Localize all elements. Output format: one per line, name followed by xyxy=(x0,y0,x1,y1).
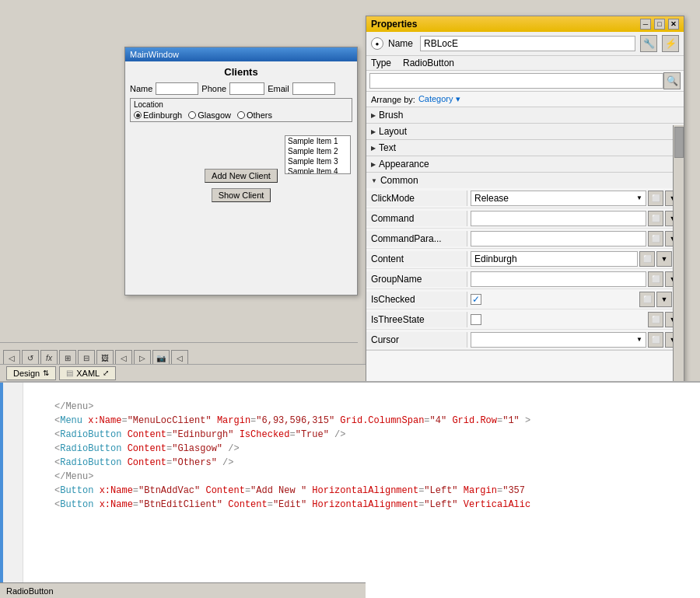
isthreestate-reset-btn[interactable]: ⬜ xyxy=(648,312,663,327)
code-text: Content xyxy=(128,443,166,454)
code-line-4: <RadioButton Content="Edinburgh" IsCheck… xyxy=(23,428,700,442)
code-text: RadioButton xyxy=(60,457,121,468)
list-item[interactable]: Sample Item 3 xyxy=(285,156,350,166)
add-new-client-button[interactable]: Add New Client xyxy=(205,169,278,183)
code-lines: </Menu> <Menu x:Name="MenuLocClient" Mar… xyxy=(23,383,700,512)
scrollbar-thumb[interactable] xyxy=(674,127,684,158)
isthreestate-value: ⬜ ▼ xyxy=(467,310,684,329)
commandpara-reset-btn[interactable]: ⬜ xyxy=(648,231,663,247)
email-label: Email xyxy=(268,84,289,93)
common-label: Common xyxy=(380,175,418,186)
radio-glasgow[interactable]: Glasgow xyxy=(188,110,231,120)
cursor-arrow: ▼ xyxy=(636,336,642,343)
show-client-button[interactable]: Show Client xyxy=(212,188,271,202)
brush-section: ▶ Brush xyxy=(366,107,684,124)
clickmode-value: Release ▼ ⬜ ▼ xyxy=(467,189,684,208)
design-tab[interactable]: Design ⇅ xyxy=(6,366,56,380)
phone-input[interactable] xyxy=(229,82,264,95)
groupname-input[interactable] xyxy=(471,271,646,287)
code-text: "Left" xyxy=(424,499,457,510)
groupname-reset-btn[interactable]: ⬜ xyxy=(648,271,663,287)
ischecked-reset-btn[interactable]: ⬜ xyxy=(639,292,655,307)
code-text: Button xyxy=(60,485,93,496)
list-item[interactable]: Sample Item 4 xyxy=(285,166,350,174)
isthreestate-checkbox[interactable] xyxy=(471,314,481,325)
clickmode-label: ClickMode xyxy=(366,191,467,206)
code-text: Margin xyxy=(217,415,250,426)
clickmode-arrow: ▼ xyxy=(636,194,642,201)
clients-title: Clients xyxy=(130,66,352,78)
props-name-input[interactable] xyxy=(420,36,635,51)
common-header[interactable]: ▼ Common xyxy=(366,173,684,188)
command-row: Command ⬜ ▼ xyxy=(366,208,684,229)
listbox[interactable]: Sample Item 1 Sample Item 2 Sample Item … xyxy=(285,135,351,174)
code-area: </Menu> <Menu x:Name="MenuLocClient" Mar… xyxy=(0,381,700,598)
clickmode-reset-btn[interactable]: ⬜ xyxy=(648,191,663,206)
radio-others[interactable]: Others xyxy=(237,110,272,120)
name-input[interactable] xyxy=(156,82,198,95)
scrollbar-vertical[interactable] xyxy=(673,125,684,397)
code-line-7: </Menu> xyxy=(23,470,700,484)
ischecked-checkbox[interactable]: ✓ xyxy=(471,294,481,305)
location-box: Location Edinburgh Glasgow Others xyxy=(130,98,352,122)
clickmode-text: Release xyxy=(474,193,509,204)
commandpara-label: CommandPara... xyxy=(366,231,467,247)
cursor-value: ▼ ⬜ ▼ xyxy=(467,330,684,349)
clickmode-row: ClickMode Release ▼ ⬜ ▼ xyxy=(366,188,684,208)
code-text: "Add New " xyxy=(250,485,306,496)
text-label: Text xyxy=(379,142,396,153)
content-value: ⬜ ▼ ✕ xyxy=(467,250,684,268)
list-item[interactable]: Sample Item 1 xyxy=(285,136,350,146)
command-value: ⬜ ▼ xyxy=(467,209,684,228)
code-text: Content xyxy=(128,429,166,440)
arrange-category-link[interactable]: Category ▾ xyxy=(418,94,460,104)
wrench-icon[interactable]: 🔧 xyxy=(640,35,657,52)
maximize-button[interactable]: □ xyxy=(654,19,665,30)
clickmode-dropdown[interactable]: Release ▼ xyxy=(471,191,646,206)
email-input[interactable] xyxy=(292,82,335,95)
code-text: "BtnAddVac" xyxy=(138,485,200,496)
props-search-input[interactable] xyxy=(369,73,663,89)
commandpara-input[interactable] xyxy=(471,231,646,247)
brush-label: Brush xyxy=(379,110,403,121)
xaml-tab[interactable]: ▤ XAML ⤢ xyxy=(59,366,116,380)
text-arrow: ▶ xyxy=(371,145,376,152)
appearance-arrow: ▶ xyxy=(371,161,376,168)
cursor-label: Cursor xyxy=(366,332,467,348)
code-text: </Menu> xyxy=(54,401,93,412)
code-text: Button xyxy=(60,499,93,510)
location-label: Location xyxy=(134,100,348,109)
code-text: = xyxy=(121,415,127,426)
checkmark-icon: ✓ xyxy=(472,294,480,305)
list-item[interactable]: Sample Item 2 xyxy=(285,146,350,156)
window-title: MainWindow xyxy=(130,50,179,59)
close-button[interactable]: ✕ xyxy=(668,19,679,30)
cursor-dropdown[interactable]: ▼ xyxy=(471,332,646,348)
cursor-reset-btn[interactable]: ⬜ xyxy=(648,332,663,348)
content-reset-btn[interactable]: ⬜ xyxy=(639,251,655,267)
window-content: Clients Name Phone Email Location Edinbu… xyxy=(125,61,357,287)
code-text: = xyxy=(268,499,273,510)
sort-icon: ⇅ xyxy=(43,369,49,377)
code-text: Grid.Row xyxy=(452,415,497,426)
status-bar: Design ⇅ ▤ XAML ⤢ xyxy=(0,364,366,381)
text-header[interactable]: ▶ Text xyxy=(366,140,684,156)
content-menu-btn[interactable]: ▼ xyxy=(656,251,672,267)
brush-header[interactable]: ▶ Brush xyxy=(366,107,684,123)
lightning-icon[interactable]: ⚡ xyxy=(662,35,679,52)
minimize-button[interactable]: ─ xyxy=(640,19,651,30)
code-text: = xyxy=(289,429,295,440)
layout-header[interactable]: ▶ Layout xyxy=(366,124,684,139)
code-text: VerticalAlic xyxy=(464,499,530,510)
type-value: RadioButton xyxy=(403,58,454,68)
form-row-name: Name Phone Email xyxy=(130,82,352,95)
appearance-header[interactable]: ▶ Appearance xyxy=(366,156,684,172)
code-line-9: <Button x:Name="BtnEditClient" Content="… xyxy=(23,498,700,512)
radio-edinburgh[interactable]: Edinburgh xyxy=(134,110,182,120)
command-reset-btn[interactable]: ⬜ xyxy=(648,211,663,226)
command-input[interactable] xyxy=(471,211,646,226)
content-input[interactable] xyxy=(471,251,638,267)
search-icon[interactable]: 🔍 xyxy=(663,72,681,89)
props-name-label: Name xyxy=(388,38,415,49)
ischecked-menu-btn[interactable]: ▼ xyxy=(656,292,672,307)
